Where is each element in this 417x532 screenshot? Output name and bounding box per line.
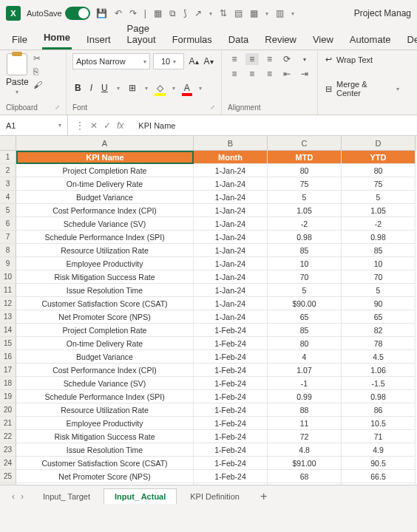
row-header[interactable]: 19 [0,390,16,403]
header-cell-kpi[interactable]: KPI Name [16,151,194,164]
border-icon[interactable]: ▦ [250,8,258,18]
sheet-tab-input-target[interactable]: Input_ Target [33,489,101,504]
row-header[interactable]: 3 [0,177,16,191]
cell-ytd[interactable]: 80 [342,164,416,177]
sheet-tab-input-actual[interactable]: Input_ Actual [104,488,177,504]
align-center-icon[interactable]: ≡ [245,68,259,80]
cell-kpi[interactable]: On-time Delivery Rate [16,177,194,191]
align-middle-icon[interactable]: ≡ [245,53,259,65]
cell-mtd[interactable]: -1 [268,377,342,390]
cell-ytd[interactable]: 4.5 [342,350,416,364]
row-header[interactable]: 20 [0,403,16,417]
row-header[interactable]: 22 [0,430,16,443]
cell-mtd[interactable]: 85 [268,244,342,257]
cell-mtd[interactable]: 4.8 [268,443,342,457]
cell-month[interactable]: 1-Feb-24 [194,350,268,364]
cell-month[interactable]: 1-Feb-24 [194,430,268,443]
cell-kpi[interactable]: Cost Performance Index (CPI) [16,364,194,377]
save-icon[interactable]: 💾 [96,8,107,18]
cell-month[interactable]: 1-Feb-24 [194,417,268,430]
toggle-on-icon[interactable] [65,7,90,20]
cell-ytd[interactable]: 90.5 [342,457,416,470]
cell-ytd[interactable]: 5 [342,191,416,204]
cell-ytd[interactable]: 1.06 [342,364,416,377]
cell-kpi[interactable]: Project Completion Rate [16,324,194,337]
cell-month[interactable]: 1-Jan-24 [194,257,268,270]
italic-button[interactable]: I [88,81,95,95]
align-top-icon[interactable]: ≡ [228,53,241,65]
cell-month[interactable]: 1-Feb-24 [194,364,268,377]
cell-ytd[interactable]: 1.05 [342,204,416,217]
cell-month[interactable]: 1-Feb-24 [194,390,268,403]
cell-mtd[interactable]: 1.05 [268,204,342,217]
cell-month[interactable]: 1-Jan-24 [194,244,268,257]
cell-mtd[interactable]: 68 [268,470,342,483]
excel-icon[interactable]: X [6,6,21,21]
cell-month[interactable]: 1-Jan-24 [194,217,268,231]
cell-ytd[interactable]: 0.98 [342,390,416,403]
indent-inc-icon[interactable]: ⇥ [298,68,311,80]
select-all-corner[interactable] [0,136,16,151]
paste-button[interactable]: Paste ▾ [6,53,29,95]
row-header[interactable]: 10 [0,270,16,284]
row-header[interactable]: 14 [0,324,16,337]
col-header-b[interactable]: B [194,136,268,151]
wrap-text-button[interactable]: ↩Wrap Text [324,53,401,66]
cell-kpi[interactable]: Cost Performance Index (CPI) [16,204,194,217]
cell-month[interactable]: 1-Jan-24 [194,310,268,324]
header-cell-month[interactable]: Month [194,151,268,164]
cell-mtd[interactable]: -2 [268,217,342,231]
cell-kpi[interactable]: Risk Mitigation Success Rate [16,270,194,284]
dropdown-icon[interactable]: ⋮ [75,120,84,131]
cell-month[interactable]: 1-Feb-24 [194,377,268,390]
more-icon[interactable]: ▥ [276,8,284,18]
fx-icon[interactable]: fx [117,120,123,131]
sheet-tab-kpi-definition[interactable]: KPI Definition [180,489,250,504]
cell-kpi[interactable]: Resource Utilization Rate [16,244,194,257]
row-header[interactable]: 21 [0,417,16,430]
cell-kpi[interactable]: Project Completion Rate [16,164,194,177]
cell-month[interactable]: 1-Jan-24 [194,284,268,297]
cell-mtd[interactable]: 5 [268,284,342,297]
cell-mtd[interactable]: 1.07 [268,364,342,377]
cell-kpi[interactable]: Risk Mitigation Success Rate [16,430,194,443]
cell-kpi[interactable]: Schedule Variance (SV) [16,217,194,231]
sort-icon[interactable]: ⇅ [220,8,227,18]
col-header-a[interactable]: A [16,136,194,151]
row-header[interactable]: 4 [0,191,16,204]
cell-mtd[interactable]: 11 [268,417,342,430]
row-header[interactable]: 9 [0,257,16,270]
row-header[interactable]: 8 [0,244,16,257]
launcher-icon[interactable]: ⤢ [55,104,60,111]
row-header[interactable]: 17 [0,364,16,377]
autosave-toggle[interactable]: AutoSave [27,7,90,20]
row-header[interactable]: 1 [0,151,16,164]
tab-automate[interactable]: Automate [348,30,393,50]
cell-mtd[interactable]: 10 [268,257,342,270]
col-header-c[interactable]: C [268,136,342,151]
cell-ytd[interactable]: -1.5 [342,377,416,390]
cell-kpi[interactable]: Customer Satisfaction Score (CSAT) [16,297,194,310]
tab-home[interactable]: Home [42,27,72,50]
col-header-d[interactable]: D [342,136,416,151]
cell-ytd[interactable]: 70 [342,270,416,284]
cell-kpi[interactable]: Customer Satisfaction Score (CSAT) [16,457,194,470]
cell-mtd[interactable]: 75 [268,177,342,191]
formula-bar[interactable]: KPI Name [131,121,417,130]
cell-mtd[interactable]: 0.99 [268,390,342,403]
decrease-font-icon[interactable]: A▾ [202,54,215,69]
row-header[interactable]: 5 [0,204,16,217]
cell-mtd[interactable]: 65 [268,310,342,324]
cell-mtd[interactable]: 85 [268,324,342,337]
row-header[interactable]: 23 [0,443,16,457]
cell-kpi[interactable]: Project Completion Rate [16,483,194,485]
fill-color-button[interactable]: ◇ [155,81,166,95]
cell-month[interactable]: 1-Feb-24 [194,324,268,337]
align-bottom-icon[interactable]: ≡ [263,53,277,65]
cell-kpi[interactable]: Schedule Variance (SV) [16,377,194,390]
table-icon[interactable]: ▤ [234,8,243,18]
row-header[interactable]: 2 [0,164,16,177]
cell-mtd[interactable]: 4 [268,350,342,364]
cell-ytd[interactable]: 75 [342,177,416,191]
dropdown-icon[interactable]: ▾ [209,10,212,17]
